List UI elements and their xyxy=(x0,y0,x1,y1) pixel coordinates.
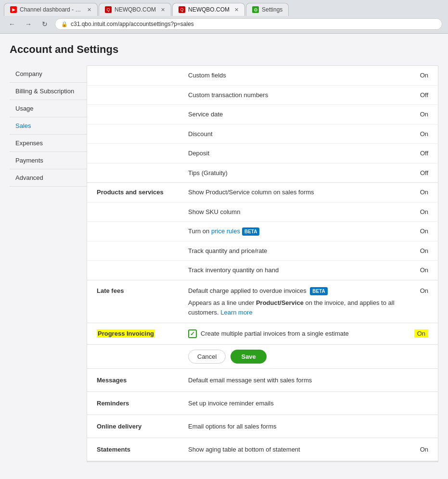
progress-invoicing-on-badge: On xyxy=(414,329,428,338)
progress-invoicing-row: Progress Invoicing ✓ Create multiple par… xyxy=(87,323,438,345)
track-quantity-empty-label xyxy=(97,246,188,247)
tab-settings-title: Settings xyxy=(262,6,282,13)
products-services-status1: On xyxy=(404,188,428,196)
deposit-label xyxy=(97,149,188,150)
late-fees-line2-prefix: Appears as a line under xyxy=(188,299,256,306)
custom-transaction-row: Custom transaction numbers Off xyxy=(87,86,438,105)
track-inventory-row: Track inventory quantity on hand On xyxy=(87,261,438,280)
late-fees-line2: Appears as a line under Product/Service … xyxy=(188,298,404,317)
bottom-settings-section: Messages Default email message sent with… xyxy=(87,369,438,462)
late-fees-section-label: Late fees xyxy=(97,286,188,294)
price-rules-link[interactable]: price rules xyxy=(211,227,240,235)
price-rules-empty-label xyxy=(97,227,188,227)
content-area: Custom fields On Custom transaction numb… xyxy=(87,65,438,462)
sidebar-item-payments[interactable]: Payments xyxy=(10,152,87,169)
messages-row: Messages Default email message sent with… xyxy=(87,369,438,392)
online-delivery-label: Online delivery xyxy=(97,423,188,430)
reminders-desc: Set up invoice reminder emails xyxy=(188,400,404,407)
tab-newqbo2-title: NEWQBO.COM xyxy=(188,6,230,13)
statements-row: Statements Show aging table at bottom of… xyxy=(87,438,438,461)
price-rules-status: On xyxy=(404,227,428,235)
tab-youtube[interactable]: ▶ Channel dashboard - YouTube S… ✕ xyxy=(4,3,98,16)
late-fees-section: Late fees Default charge applied to over… xyxy=(87,280,438,324)
progress-invoicing-checkbox-label: Create multiple partial invoices from a … xyxy=(201,329,404,339)
track-quantity-status: On xyxy=(404,246,428,254)
messages-desc: Default email message sent with sales fo… xyxy=(188,377,404,384)
statements-status: On xyxy=(404,446,428,453)
track-quantity-desc: Track quantity and price/rate xyxy=(188,246,404,256)
newqbo1-favicon: Q xyxy=(105,6,112,13)
statements-label: Statements xyxy=(97,446,188,453)
tab-newqbo1[interactable]: Q NEWQBO.COM ✕ xyxy=(99,3,171,16)
progress-invoicing-status: On xyxy=(404,329,428,337)
sku-empty-label xyxy=(97,207,188,208)
sku-row: Show SKU column On xyxy=(87,202,438,222)
sidebar-item-advanced[interactable]: Advanced xyxy=(10,169,87,187)
newqbo2-favicon: Q xyxy=(179,6,185,13)
tab-newqbo1-title: NEWQBO.COM xyxy=(115,6,156,13)
page-title: Account and Settings xyxy=(10,43,438,56)
deposit-row: Deposit Off xyxy=(87,144,438,164)
learn-more-link[interactable]: Learn more xyxy=(220,309,252,316)
track-inventory-status: On xyxy=(404,265,428,274)
tab-youtube-close[interactable]: ✕ xyxy=(87,7,91,13)
progress-invoicing-checkbox[interactable]: ✓ xyxy=(188,329,197,338)
checkmark-icon: ✓ xyxy=(190,330,195,337)
custom-fields-row: Custom fields On xyxy=(87,66,438,86)
service-date-row: Service date On xyxy=(87,105,438,125)
products-services-row1: Products and services Show Product/Servi… xyxy=(87,183,438,202)
late-fees-desc: Default charge applied to overdue invoic… xyxy=(188,286,404,317)
tab-bar: ▶ Channel dashboard - YouTube S… ✕ Q NEW… xyxy=(4,3,444,16)
messages-label: Messages xyxy=(97,377,188,384)
sidebar-item-expenses[interactable]: Expenses xyxy=(10,135,87,152)
service-date-desc: Service date xyxy=(188,110,404,119)
sidebar-item-usage[interactable]: Usage xyxy=(10,100,87,117)
deposit-status: Off xyxy=(404,149,428,157)
sidebar-item-sales[interactable]: Sales xyxy=(10,117,87,135)
tips-desc: Tips (Gratuity) xyxy=(188,168,404,178)
top-settings-section: Custom fields On Custom transaction numb… xyxy=(87,66,438,183)
tips-label xyxy=(97,168,188,169)
cancel-button[interactable]: Cancel xyxy=(188,350,226,364)
progress-invoicing-section: Progress Invoicing ✓ Create multiple par… xyxy=(87,323,438,369)
sidebar-item-billing[interactable]: Billing & Subscription xyxy=(10,83,87,100)
main-layout: Company Billing & Subscription Usage Sal… xyxy=(10,65,438,462)
page-container: Account and Settings Company Billing & S… xyxy=(0,34,448,474)
beta-badge-price: BETA xyxy=(242,227,259,236)
address-bar[interactable]: 🔒 c31.qbo.intuit.com/app/accountsettings… xyxy=(55,18,442,30)
sidebar-item-company[interactable]: Company xyxy=(10,65,87,83)
reminders-row: Reminders Set up invoice reminder emails xyxy=(87,392,438,415)
back-button[interactable]: ← xyxy=(6,18,18,30)
price-rules-row: Turn on price rulesBETA On xyxy=(87,222,438,241)
reload-button[interactable]: ↻ xyxy=(38,18,51,30)
save-button[interactable]: Save xyxy=(230,350,266,364)
tab-newqbo2-close[interactable]: ✕ xyxy=(234,7,239,13)
service-date-label xyxy=(97,110,188,111)
custom-transaction-label xyxy=(97,90,188,91)
service-date-status: On xyxy=(404,110,428,118)
address-text: c31.qbo.intuit.com/app/accountsettings?p… xyxy=(71,21,194,27)
track-inventory-empty-label xyxy=(97,265,188,266)
sku-status: On xyxy=(404,207,428,215)
sku-desc: Show SKU column xyxy=(188,207,404,217)
tips-status: Off xyxy=(404,168,428,176)
deposit-desc: Deposit xyxy=(188,149,404,158)
tab-settings[interactable]: ⚙ Settings xyxy=(246,3,289,16)
tab-newqbo1-close[interactable]: ✕ xyxy=(161,7,165,13)
track-quantity-row: Track quantity and price/rate On xyxy=(87,241,438,261)
custom-transaction-desc: Custom transaction numbers xyxy=(188,90,404,100)
lock-icon: 🔒 xyxy=(61,21,68,27)
forward-button[interactable]: → xyxy=(22,18,35,30)
beta-badge-late-fees: BETA xyxy=(310,287,327,295)
products-services-section: Products and services Show Product/Servi… xyxy=(87,183,438,280)
youtube-favicon: ▶ xyxy=(10,6,17,13)
late-fees-product-service: Product/Service xyxy=(256,299,304,306)
late-fees-line1-text: Default charge applied to overdue invoic… xyxy=(188,287,307,294)
tab-newqbo2[interactable]: Q NEWQBO.COM ✕ xyxy=(172,3,245,16)
products-services-section-label: Products and services xyxy=(97,188,188,196)
products-services-desc1: Show Product/Service column on sales for… xyxy=(188,188,404,197)
tab-youtube-title: Channel dashboard - YouTube S… xyxy=(20,6,82,13)
price-rules-desc: Turn on price rulesBETA xyxy=(188,227,404,236)
settings-favicon: ⚙ xyxy=(252,6,259,13)
online-delivery-desc: Email options for all sales forms xyxy=(188,423,404,430)
